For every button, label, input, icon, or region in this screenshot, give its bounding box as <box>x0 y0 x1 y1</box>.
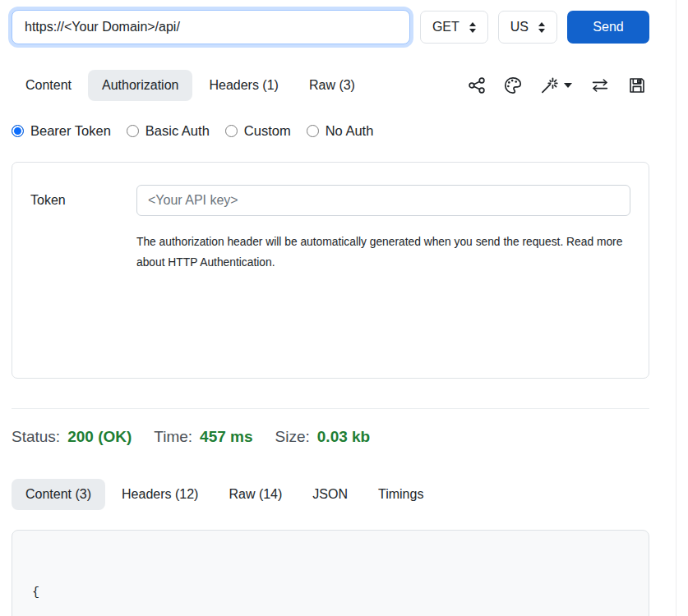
response-tab-json[interactable]: JSON <box>298 479 362 510</box>
size-label: Size: <box>275 428 310 446</box>
size-value: 0.03 kb <box>317 428 370 446</box>
region-select[interactable]: US <box>498 11 557 44</box>
auth-option-custom[interactable]: Custom <box>225 123 291 139</box>
radio-unchecked-icon <box>307 125 319 137</box>
radio-unchecked-icon <box>127 125 139 137</box>
auth-option-basic-auth[interactable]: Basic Auth <box>127 123 210 139</box>
radio-unchecked-icon <box>225 125 238 137</box>
auth-option-no-auth[interactable]: No Auth <box>307 123 374 139</box>
response-tabs: Content (3) Headers (12) Raw (14) JSON T… <box>12 479 649 510</box>
select-updown-icon <box>538 22 545 33</box>
response-body-code: { "message": "API running." } <box>12 530 649 616</box>
auth-option-label: No Auth <box>326 123 374 139</box>
request-tabs: Content Authorization Headers (1) Raw (3… <box>12 70 649 101</box>
auth-option-bearer-token[interactable]: Bearer Token <box>12 123 111 139</box>
response-tab-raw[interactable]: Raw (14) <box>215 479 296 510</box>
chevron-down-icon <box>564 83 572 88</box>
theme-button[interactable] <box>501 73 525 98</box>
section-divider <box>12 408 649 409</box>
save-button[interactable] <box>625 73 649 98</box>
bearer-token-panel: Token The authorization header will be a… <box>12 162 649 379</box>
auth-option-label: Basic Auth <box>145 123 210 139</box>
radio-checked-icon <box>12 125 24 137</box>
api-client-panel: GET US Send Content Authorization Header… <box>12 0 649 616</box>
request-bar: GET US Send <box>12 0 649 44</box>
code-open-brace: { <box>32 586 39 600</box>
tab-content[interactable]: Content <box>12 70 85 101</box>
time-label: Time: <box>154 428 192 446</box>
auth-option-label: Bearer Token <box>30 123 111 139</box>
tab-headers[interactable]: Headers (1) <box>195 70 292 101</box>
magic-wand-icon <box>540 76 560 94</box>
token-field[interactable] <box>136 185 630 216</box>
share-icon <box>468 76 486 94</box>
save-icon <box>628 76 646 94</box>
auth-type-options: Bearer Token Basic Auth Custom No Auth <box>12 123 649 139</box>
auth-help-text: The authorization header will be automat… <box>136 232 630 273</box>
status-value: 200 (OK) <box>67 428 132 446</box>
time-value: 457 ms <box>200 428 252 446</box>
select-updown-icon <box>469 22 476 33</box>
status-label: Status: <box>12 428 60 446</box>
page-right-divider <box>676 0 676 616</box>
region-select-value: US <box>510 20 529 34</box>
response-tab-timings[interactable]: Timings <box>364 479 437 510</box>
palette-icon <box>504 76 522 94</box>
tab-raw[interactable]: Raw (3) <box>295 70 369 101</box>
response-tab-content[interactable]: Content (3) <box>12 479 105 510</box>
share-button[interactable] <box>464 73 489 98</box>
magic-actions-dropdown-button[interactable] <box>537 73 575 98</box>
response-tab-headers[interactable]: Headers (12) <box>108 479 212 510</box>
tab-authorization[interactable]: Authorization <box>88 70 192 101</box>
url-input[interactable] <box>12 10 410 44</box>
send-button[interactable]: Send <box>567 11 649 44</box>
method-select[interactable]: GET <box>420 11 488 44</box>
method-select-value: GET <box>432 20 459 34</box>
request-toolbar <box>464 73 649 98</box>
swap-button[interactable] <box>587 74 613 97</box>
auth-option-label: Custom <box>244 123 291 139</box>
swap-arrows-icon <box>590 77 610 94</box>
token-label: Token <box>30 193 136 208</box>
response-status-row: Status: 200 (OK) Time: 457 ms Size: 0.03… <box>12 428 649 446</box>
